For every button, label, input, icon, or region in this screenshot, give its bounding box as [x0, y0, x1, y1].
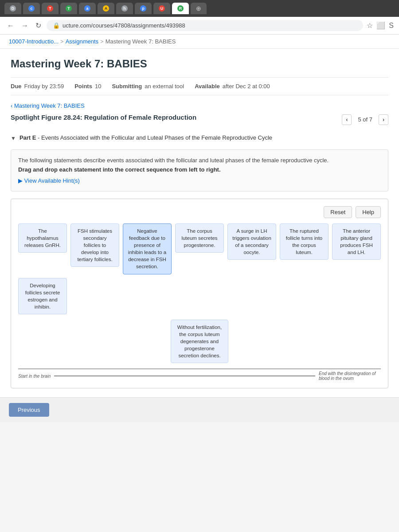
breadcrumb-link-assignments[interactable]: Assignments — [66, 38, 98, 45]
tab-icon-u: U — [159, 5, 165, 12]
tab-icon-ga: A — [103, 5, 109, 12]
back-link[interactable]: ‹ Mastering Week 7: BABIES — [11, 102, 388, 109]
main-content: Mastering Week 7: BABIES Due Friday by 2… — [0, 49, 399, 397]
breadcrumb-current: Mastering Week 7: BABIES — [106, 38, 176, 45]
action-buttons: Reset Help — [18, 206, 381, 218]
tab-icon-c: c — [28, 5, 35, 12]
tab-h[interactable]: h — [116, 3, 133, 14]
card-fsh-stimulates[interactable]: FSH stimulates secondary follicles to de… — [70, 223, 119, 267]
address-bar-actions: ☆ ⬜ S — [367, 21, 394, 30]
hint-link[interactable]: ▶ View Available Hint(s) — [18, 177, 381, 184]
available-item: Available after Dec 2 at 0:00 — [195, 83, 270, 90]
page-title: Mastering Week 7: BABIES — [11, 58, 388, 70]
due-label: Due — [11, 83, 22, 90]
profile-icon[interactable]: S — [389, 22, 394, 30]
part-label: Part E - Events Associated with the Foll… — [20, 134, 272, 141]
breadcrumb-sep-2: > — [100, 38, 104, 45]
points-label: Points — [74, 83, 92, 90]
help-button[interactable]: Help — [356, 206, 381, 218]
forward-button[interactable]: → — [20, 20, 30, 31]
cards-container: The hypothalamus releases GnRH. FSH stim… — [18, 223, 381, 314]
prev-page-button[interactable]: ‹ — [342, 114, 352, 125]
part-header: ▼ Part E - Events Associated with the Fo… — [11, 131, 388, 145]
card-fsh-stimulates-text: FSH stimulates secondary follicles to de… — [77, 228, 112, 262]
previous-button[interactable]: Previous — [9, 403, 49, 417]
breadcrumb-link-course[interactable]: 10007-Introductio... — [9, 38, 59, 45]
breadcrumb: 10007-Introductio... > Assignments > Mas… — [0, 35, 399, 49]
refresh-button[interactable]: ↻ — [34, 20, 43, 31]
spotlight-title: Spotlight Figure 28.24: Regulation of Fe… — [11, 113, 196, 121]
part-sep: - — [38, 134, 41, 141]
back-button[interactable]: ← — [5, 20, 16, 31]
card-ruptured-follicle[interactable]: The ruptured follicle turns into the cor… — [280, 223, 329, 260]
due-value: Friday by 23:59 — [24, 83, 64, 90]
extension-icon[interactable]: ⬜ — [376, 21, 385, 30]
tab-ga[interactable]: A — [98, 3, 114, 14]
card-developing-follicles[interactable]: Developing follicles secrete estrogen an… — [18, 278, 67, 314]
reset-button[interactable]: Reset — [324, 206, 352, 218]
tab-icon-d: D — [10, 5, 16, 12]
tab-a[interactable]: a — [79, 3, 96, 14]
question-box: The following statements describe events… — [11, 149, 388, 192]
question-instruction: Drag and drop each statement into the co… — [18, 166, 381, 173]
card-without-fertilization[interactable]: Without fertilization, the corpus luteum… — [171, 320, 228, 363]
next-page-button[interactable]: › — [379, 114, 388, 125]
page-info: 5 of 7 — [353, 114, 377, 125]
points-item: Points 10 — [74, 83, 101, 90]
tab-p[interactable]: p — [135, 3, 152, 14]
card-without-fertilization-text: Without fertilization, the corpus luteum… — [177, 325, 222, 358]
points-value: 10 — [95, 83, 101, 90]
timeline-bar: Start in the brain End with the disinteg… — [18, 368, 381, 381]
url-text: ucture.com/courses/47808/assignments/493… — [63, 22, 185, 29]
timeline-label-left: Start in the brain — [18, 374, 51, 379]
card-hypothalamus[interactable]: The hypothalamus releases GnRH. — [18, 223, 67, 253]
lock-icon: 🔒 — [53, 22, 60, 29]
part-arrow-icon: ▼ — [11, 135, 16, 141]
question-text: The following statements describe events… — [18, 157, 381, 164]
submitting-item: Submitting an external tool — [112, 83, 184, 90]
card-anterior-pituitary[interactable]: The anterior pituitary gland produces FS… — [332, 223, 381, 260]
pagination: ‹ 5 of 7 › — [342, 114, 388, 125]
card-ruptured-follicle-text: The ruptured follicle turns into the cor… — [286, 228, 322, 255]
tab-t1[interactable]: T — [42, 3, 59, 14]
meta-row: Due Friday by 23:59 Points 10 Submitting… — [11, 77, 388, 95]
tab-icon-t2: T — [66, 5, 72, 12]
tab-c[interactable]: c — [23, 3, 40, 14]
breadcrumb-sep-1: > — [60, 38, 64, 45]
part-label-bold: Part E — [20, 134, 36, 141]
card-lh-surge[interactable]: A surge in LH triggers ovulation of a se… — [227, 223, 276, 260]
tab-icon-r: R — [177, 5, 184, 12]
card-hypothalamus-text: The hypothalamus releases GnRH. — [24, 228, 61, 248]
tab-r[interactable]: R — [172, 3, 189, 14]
tab-t2[interactable]: T — [60, 3, 77, 14]
tab-icon-a: a — [84, 5, 90, 12]
part-description: Events Associated with the Follicular an… — [41, 134, 272, 141]
available-value: after Dec 2 at 0:00 — [223, 83, 270, 90]
drag-drop-area: Reset Help The hypothalamus releases GnR… — [11, 199, 388, 388]
address-bar: ← → ↻ 🔒 ucture.com/courses/47808/assignm… — [0, 17, 399, 35]
tab-icon-other: ⊕ — [196, 5, 201, 12]
bookmark-icon[interactable]: ☆ — [367, 21, 373, 30]
url-box[interactable]: 🔒 ucture.com/courses/47808/assignments/4… — [47, 20, 363, 31]
tab-other[interactable]: ⊕ — [191, 3, 207, 14]
card-negative-feedback-text: Negative feedback due to presence of inh… — [128, 228, 166, 269]
browser-chrome: D c T T a A h p U R ⊕ — [0, 0, 399, 17]
card-developing-follicles-text: Developing follicles secrete estrogen an… — [25, 283, 60, 309]
tab-icon-t1: T — [47, 5, 53, 12]
card-corpus-luteum-secretes[interactable]: The corpus luteum secretes progesterone. — [175, 223, 224, 253]
due-item: Due Friday by 23:59 — [11, 83, 64, 90]
submitting-label: Submitting — [112, 83, 142, 90]
card-lh-surge-text: A surge in LH triggers ovulation of a se… — [232, 228, 271, 255]
tab-u[interactable]: U — [153, 3, 170, 14]
tab-icon-p: p — [140, 5, 146, 12]
nav-row: Previous — [0, 397, 399, 422]
available-label: Available — [195, 83, 220, 90]
card-anterior-pituitary-text: The anterior pituitary gland produces FS… — [340, 228, 373, 255]
card-negative-feedback[interactable]: Negative feedback due to presence of inh… — [123, 223, 172, 274]
submitting-value: an external tool — [145, 83, 184, 90]
timeline-label-right: End with the disintegration of blood in … — [319, 371, 381, 381]
tab-d[interactable]: D — [4, 3, 21, 14]
tab-icon-h: h — [121, 5, 128, 12]
card-corpus-luteum-secretes-text: The corpus luteum secretes progesterone. — [181, 228, 217, 248]
